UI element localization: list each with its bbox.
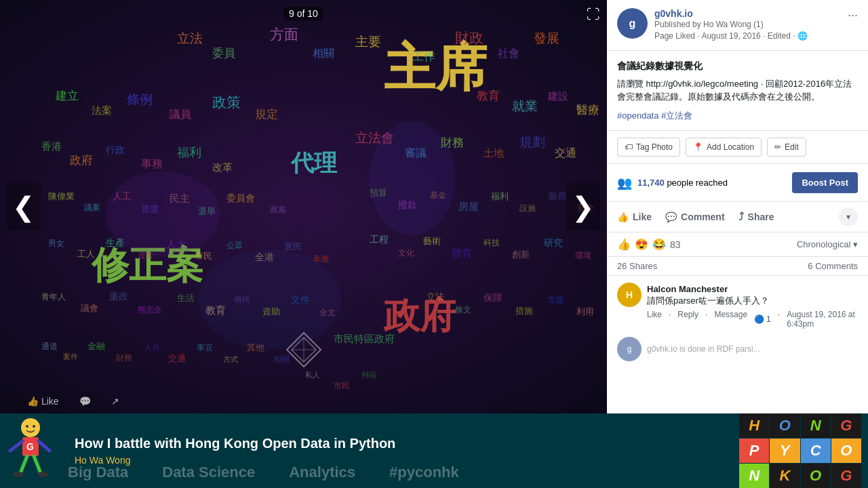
shares-count[interactable]: 26 Shares: [617, 261, 657, 271]
svg-text:委員會: 委員會: [226, 193, 255, 203]
comment-like-button[interactable]: Like: [647, 310, 662, 329]
svg-text:財務: 財務: [116, 354, 132, 362]
svg-text:香港: 香港: [41, 141, 62, 152]
comments-count[interactable]: 6 Comments: [808, 261, 858, 271]
svg-point-116: [37, 472, 48, 477]
comment-text: 請問係parser咗一遍係人手入？: [647, 295, 858, 307]
pycon-letter-g2: G: [831, 464, 861, 488]
tag-big-data: Big Data: [68, 464, 128, 481]
pycon-letter-o1: O: [770, 413, 800, 438]
post-meta: g0vhk.io Published by Ho Wa Wong (1) Pag…: [654, 8, 841, 42]
post-hashtags[interactable]: #opendata #立法會: [617, 109, 858, 123]
pycon-letter-k: K: [770, 464, 800, 488]
reach-number: 11,740 people reached: [637, 178, 728, 188]
speaker-avatar-area: G: [0, 413, 61, 488]
people-icon: 👥: [617, 176, 632, 190]
comment-button[interactable]: 💬 Comment: [665, 211, 725, 222]
thumbs-up-icon: 👍: [617, 211, 629, 222]
svg-text:土地: 土地: [484, 148, 504, 159]
svg-text:政府: 政府: [383, 296, 456, 336]
prev-photo-button[interactable]: ❮: [7, 183, 41, 230]
svg-text:市民特區政府: 市民特區政府: [334, 333, 395, 344]
svg-text:行政: 行政: [106, 145, 125, 155]
tag-photo-button[interactable]: 🏷 Tag Photo: [617, 138, 680, 157]
svg-text:體育: 體育: [452, 248, 472, 259]
svg-text:金融: 金融: [87, 342, 105, 351]
post-header: g g0vhk.io Published by Ho Wa Wong (1) P…: [607, 0, 868, 51]
svg-text:保障: 保障: [484, 293, 502, 303]
tag-data-science: Data Science: [162, 464, 255, 481]
share-button[interactable]: ⤴ Share: [738, 211, 774, 223]
svg-text:相關: 相關: [313, 47, 334, 59]
svg-text:創新: 創新: [512, 250, 530, 260]
comment-author[interactable]: Halcon Manchester: [647, 284, 728, 294]
svg-point-108: [26, 425, 28, 428]
svg-text:發展: 發展: [534, 31, 559, 45]
svg-text:工作: 工作: [412, 50, 435, 63]
next-photo-button[interactable]: ❯: [566, 183, 600, 230]
svg-text:G: G: [26, 441, 34, 452]
svg-text:立法: 立法: [427, 291, 444, 302]
svg-text:政府: 政府: [70, 154, 93, 167]
svg-text:利用: 利用: [576, 307, 594, 317]
svg-text:主要: 主要: [355, 35, 381, 49]
post-link-text: 請瀏覽 http://g0vhk.io/legco/meeting · 回顧20…: [617, 79, 852, 102]
engagement-bar: 👍 Like 💬 Comment ⤴ Share ▾: [607, 202, 868, 232]
svg-text:陳偉業: 陳偉業: [49, 192, 75, 201]
reaction-selector[interactable]: ▾: [839, 207, 858, 226]
like-button[interactable]: 👍 Like: [617, 211, 652, 222]
edit-label: Edit: [785, 142, 799, 152]
svg-text:交通: 交通: [168, 353, 186, 363]
svg-text:環境: 環境: [575, 251, 591, 260]
reaction-number: 1: [766, 314, 771, 324]
main-container: 主席 修正案 政府 代理 立法 委員 方面 相關 主要 工作 財政 社會 發展: [0, 0, 868, 488]
svg-text:福利: 福利: [177, 146, 201, 159]
comment-reply-button[interactable]: Reply: [677, 310, 698, 329]
post-headline: 會議紀錄數據視覺化: [617, 59, 858, 73]
like-partial[interactable]: 👍 Like: [27, 396, 59, 407]
reactions-left: 👍 😍 😂 83: [617, 238, 681, 251]
photo-viewer: 主席 修正案 政府 代理 立法 委員 方面 相關 主要 工作 財政 社會 發展: [0, 0, 607, 413]
haha-reaction-emoji: 😂: [652, 238, 666, 251]
svg-text:公眾: 公眾: [226, 241, 243, 249]
svg-text:青年人: 青年人: [41, 293, 66, 301]
partial-comment: g g0vhk.io is done in RDF parsi...: [617, 337, 858, 361]
share-icon: ⤴: [738, 211, 744, 223]
share-partial[interactable]: ↗: [111, 396, 119, 407]
boost-post-button[interactable]: Boost Post: [792, 172, 858, 193]
svg-text:人員: 人員: [144, 343, 159, 351]
bottom-bar: G How I battle with Hong Kong Open Data …: [0, 413, 868, 488]
svg-text:方面: 方面: [270, 26, 298, 42]
reach-section: 👥 11,740 people reached Boost Post: [607, 164, 868, 202]
more-options-button[interactable]: ···: [848, 8, 858, 22]
comment-message-button[interactable]: Message: [714, 310, 747, 329]
svg-text:條例: 條例: [127, 92, 153, 106]
love-reaction-emoji: 😍: [635, 238, 648, 251]
svg-text:居民: 居民: [284, 242, 302, 251]
add-location-button[interactable]: 📍 Add Location: [686, 138, 762, 157]
svg-text:主席: 主席: [384, 39, 488, 96]
pycon-logo: H O N G P Y C O N K O G: [732, 413, 868, 488]
comment-body: Halcon Manchester 請問係parser咗一遍係人手入？ Like…: [647, 283, 858, 329]
comment-partial[interactable]: 💬: [79, 396, 91, 407]
svg-text:熊志全: 熊志全: [138, 306, 162, 314]
svg-text:規劃: 規劃: [519, 135, 545, 149]
post-published-by: Published by Ho Wa Wong (1) Page Liked ·…: [654, 19, 841, 42]
share-label: Share: [748, 211, 774, 222]
chronological-dropdown[interactable]: Chronological ▾: [797, 239, 858, 249]
svg-text:科技: 科技: [484, 239, 500, 247]
svg-text:議員: 議員: [170, 108, 191, 120]
svg-text:政策: 政策: [212, 94, 241, 110]
facebook-sidebar: g g0vhk.io Published by Ho Wa Wong (1) P…: [607, 0, 868, 413]
shares-row: 26 Shares 6 Comments: [607, 257, 868, 276]
add-location-label: Add Location: [707, 142, 754, 152]
svg-line-113: [20, 456, 27, 473]
edit-button[interactable]: ✏ Edit: [767, 138, 806, 157]
talk-info: How I battle with Hong Kong Open Data in…: [61, 426, 732, 476]
svg-text:廉政: 廉政: [109, 291, 128, 302]
talk-title: How I battle with Hong Kong Open Data in…: [75, 436, 719, 451]
reaction-dropdown-icon: ▾: [846, 212, 850, 222]
svg-text:工程: 工程: [370, 235, 389, 245]
fullscreen-button[interactable]: ⛶: [587, 7, 600, 22]
page-name[interactable]: g0vhk.io: [654, 8, 841, 19]
